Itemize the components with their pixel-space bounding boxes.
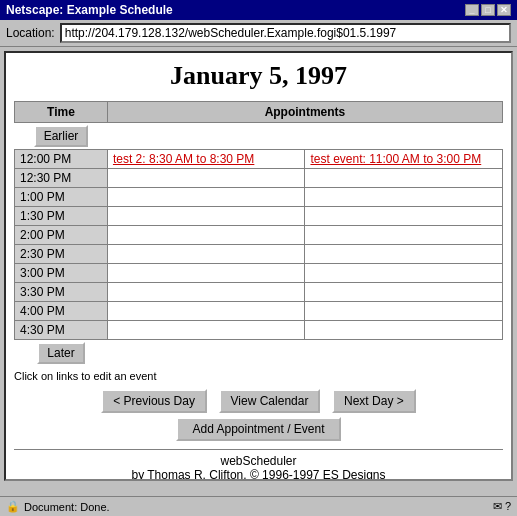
title-bar-controls[interactable]: _ □ ✕ [465, 4, 511, 16]
appointment-link-2[interactable]: test event: 11:00 AM to 3:00 PM [310, 152, 481, 166]
appointments-column-header: Appointments [107, 102, 502, 123]
footer-line2: by Thomas R. Clifton, © 1996-1997 ES Des… [14, 468, 503, 481]
later-button[interactable]: Later [37, 342, 84, 364]
table-row: 3:00 PM [15, 264, 503, 283]
previous-day-button[interactable]: < Previous Day [101, 389, 207, 413]
table-row: 4:30 PM [15, 321, 503, 340]
close-button[interactable]: ✕ [497, 4, 511, 16]
time-cell: 1:30 PM [15, 207, 108, 226]
security-icon: ? [505, 500, 511, 513]
view-calendar-button[interactable]: View Calendar [219, 389, 321, 413]
later-row: Later [15, 340, 503, 367]
time-cell: 3:00 PM [15, 264, 108, 283]
appt-cell-1: test 2: 8:30 AM to 8:30 PM [107, 150, 305, 169]
table-row: 4:00 PM [15, 302, 503, 321]
nav-row-1: < Previous Day View Calendar Next Day > [14, 387, 503, 415]
time-cell: 12:30 PM [15, 169, 108, 188]
main-content: January 5, 1997 Time Appointments Earlie… [4, 51, 513, 481]
page-title: January 5, 1997 [14, 61, 503, 91]
maximize-button[interactable]: □ [481, 4, 495, 16]
location-input[interactable] [60, 23, 511, 43]
status-icon: 🔒 [6, 500, 20, 513]
time-cell: 1:00 PM [15, 188, 108, 207]
location-bar: Location: [0, 20, 517, 47]
table-row: 2:30 PM [15, 245, 503, 264]
table-row: 1:00 PM [15, 188, 503, 207]
earlier-button[interactable]: Earlier [34, 125, 89, 147]
table-row: 1:30 PM [15, 207, 503, 226]
time-cell: 12:00 PM [15, 150, 108, 169]
earlier-row: Earlier [15, 123, 503, 150]
next-day-button[interactable]: Next Day > [332, 389, 416, 413]
title-text: Netscape: Example Schedule [6, 3, 173, 17]
status-icons: ✉ ? [493, 500, 511, 513]
mail-icon: ✉ [493, 500, 502, 513]
title-bar: Netscape: Example Schedule _ □ ✕ [0, 0, 517, 20]
status-text: Document: Done. [24, 501, 110, 513]
time-cell: 4:30 PM [15, 321, 108, 340]
footer: webScheduler by Thomas R. Clifton, © 199… [14, 449, 503, 481]
time-cell: 4:00 PM [15, 302, 108, 321]
appointment-link-1[interactable]: test 2: 8:30 AM to 8:30 PM [113, 152, 254, 166]
navigation-section: < Previous Day View Calendar Next Day > … [14, 387, 503, 443]
time-cell: 2:30 PM [15, 245, 108, 264]
time-cell: 3:30 PM [15, 283, 108, 302]
table-row: 3:30 PM [15, 283, 503, 302]
hint-text: Click on links to edit an event [14, 370, 503, 382]
nav-row-2: Add Appointment / Event [14, 415, 503, 443]
appt-cell-2: test event: 11:00 AM to 3:00 PM [305, 150, 503, 169]
footer-line1: webScheduler [14, 454, 503, 468]
location-label: Location: [6, 26, 55, 40]
time-column-header: Time [15, 102, 108, 123]
table-row: 12:00 PM test 2: 8:30 AM to 8:30 PM test… [15, 150, 503, 169]
status-bar: 🔒 Document: Done. ✉ ? [0, 496, 517, 516]
schedule-table: Time Appointments Earlier 12:00 PM test … [14, 101, 503, 366]
time-cell: 2:00 PM [15, 226, 108, 245]
table-row: 2:00 PM [15, 226, 503, 245]
minimize-button[interactable]: _ [465, 4, 479, 16]
add-appointment-button[interactable]: Add Appointment / Event [176, 417, 340, 441]
table-row: 12:30 PM [15, 169, 503, 188]
